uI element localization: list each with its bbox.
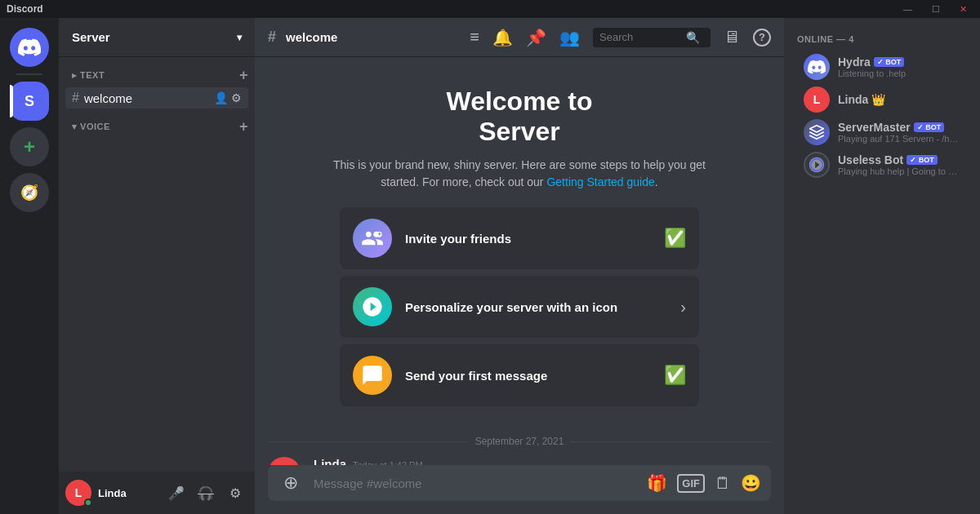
deafen-button[interactable]: 🎧 bbox=[193, 480, 219, 506]
member-name-linda: Linda bbox=[838, 93, 868, 106]
explore-icon[interactable]: 🧭 bbox=[10, 173, 49, 212]
gift-icon[interactable]: 🎁 bbox=[647, 473, 667, 493]
message-input[interactable] bbox=[314, 465, 637, 501]
task-label-invite: Invite your friends bbox=[405, 232, 651, 246]
message-input-area: ⊕ 🎁 GIF 🗒 😀 bbox=[255, 465, 784, 514]
category-text-label: ▸ TEXT bbox=[72, 70, 105, 81]
server-name: Server bbox=[72, 30, 110, 44]
search-input[interactable] bbox=[599, 31, 681, 43]
member-info-hydra: Hydra ✓ BOT Listening to .help bbox=[838, 55, 960, 78]
task-send-message[interactable]: Send your first message ✅ bbox=[340, 344, 699, 406]
explore-label: 🧭 bbox=[20, 184, 38, 202]
member-avatar-servermaster bbox=[804, 119, 830, 145]
user-name: Linda bbox=[98, 487, 157, 499]
chevron-down-icon: ▾ bbox=[237, 32, 242, 43]
member-activity-hydra: Listening to .help bbox=[838, 69, 960, 78]
user-panel: L Linda 🎤 🎧 ⚙ bbox=[59, 472, 255, 514]
task-status-personalize: › bbox=[680, 298, 686, 317]
member-name-uselessbot: Useless Bot bbox=[838, 153, 903, 166]
minimize-button[interactable]: — bbox=[897, 4, 919, 15]
member-avatar-hydra bbox=[804, 54, 830, 80]
member-item-servermaster[interactable]: ServerMaster ✓ BOT Playing auf 171 Serve… bbox=[791, 116, 973, 148]
add-voice-channel-icon[interactable]: + bbox=[239, 118, 248, 135]
add-icon: + bbox=[24, 135, 35, 158]
inbox-icon[interactable]: 🖥 bbox=[724, 28, 740, 47]
messages-area: Welcome to Server This is your brand new… bbox=[255, 57, 784, 465]
close-button[interactable]: ✕ bbox=[953, 4, 973, 15]
server-item-add[interactable]: + bbox=[10, 127, 49, 166]
channel-header: # welcome ≡ 🔔 📌 👥 🔍 🖥 ? bbox=[255, 18, 784, 57]
welcome-description: This is your brand new, shiny server. He… bbox=[323, 157, 715, 191]
category-voice[interactable]: ▾ VOICE + bbox=[59, 115, 255, 139]
task-status-send: ✅ bbox=[664, 365, 686, 386]
member-item-linda[interactable]: L Linda 👑 bbox=[791, 83, 973, 116]
mute-button[interactable]: 🎤 bbox=[163, 480, 189, 506]
invite-icon[interactable]: 👤 bbox=[214, 91, 228, 104]
hash-icon: # bbox=[72, 91, 79, 105]
category-text[interactable]: ▸ TEXT + bbox=[59, 64, 255, 87]
channel-item-welcome[interactable]: # welcome 👤 ⚙ bbox=[65, 87, 248, 109]
member-item-uselessbot[interactable]: Useless Bot ✓ BOT Playing hub help | Goi… bbox=[791, 148, 973, 181]
emoji-icon[interactable]: 😀 bbox=[741, 473, 761, 493]
welcome-title-line1: Welcome to bbox=[447, 86, 593, 116]
getting-started-link[interactable]: Getting Started guide bbox=[546, 175, 654, 188]
task-personalize[interactable]: Personalize your server with an icon › bbox=[340, 276, 699, 338]
user-initial: L bbox=[75, 486, 82, 499]
active-indicator bbox=[10, 85, 13, 117]
plus-icon: ⊕ bbox=[283, 472, 298, 494]
category-voice-label: ▾ VOICE bbox=[72, 122, 110, 132]
welcome-section: Welcome to Server This is your brand new… bbox=[255, 70, 784, 429]
message-author-name: Linda bbox=[314, 457, 346, 465]
notification-icon[interactable]: 🔔 bbox=[492, 28, 513, 47]
personalize-icon bbox=[353, 287, 392, 326]
server-icon-s[interactable]: S bbox=[10, 82, 49, 121]
channel-header-name: welcome bbox=[286, 30, 337, 44]
input-actions: 🎁 GIF 🗒 😀 bbox=[647, 473, 761, 493]
channel-name-welcome: welcome bbox=[84, 91, 132, 105]
maximize-button[interactable]: ☐ bbox=[925, 4, 947, 15]
settings-icon[interactable]: ⚙ bbox=[231, 91, 242, 104]
member-name-servermaster: ServerMaster bbox=[838, 121, 911, 134]
server-divider bbox=[16, 73, 42, 75]
server-initial: S bbox=[24, 93, 34, 110]
task-invite-friends[interactable]: Invite your friends ✅ bbox=[340, 207, 699, 269]
member-name-hydra: Hydra bbox=[838, 55, 871, 69]
members-category-online: ONLINE — 4 bbox=[784, 31, 980, 51]
task-label-personalize: Personalize your server with an icon bbox=[405, 300, 667, 314]
server-item-s[interactable]: S bbox=[10, 82, 49, 121]
help-icon[interactable]: ? bbox=[753, 29, 771, 47]
titlebar: Discord — ☐ ✕ bbox=[0, 0, 980, 18]
add-channel-icon[interactable]: + bbox=[239, 67, 248, 84]
app-name: Discord bbox=[7, 3, 43, 15]
sticker-icon[interactable]: 🗒 bbox=[715, 474, 731, 493]
message-header: Linda Today at 1:42 PM bbox=[314, 457, 771, 465]
user-avatar: L bbox=[65, 480, 91, 506]
members-icon[interactable]: 👥 bbox=[559, 28, 580, 47]
pin-icon[interactable]: 📌 bbox=[526, 28, 546, 47]
task-label-send: Send your first message bbox=[405, 369, 651, 383]
server-item-explore[interactable]: 🧭 bbox=[10, 173, 49, 212]
member-info-uselessbot: Useless Bot ✓ BOT Playing hub help | Goi… bbox=[838, 153, 960, 176]
gif-button[interactable]: GIF bbox=[677, 474, 705, 493]
date-label: September 27, 2021 bbox=[475, 436, 564, 447]
add-server-icon[interactable]: + bbox=[10, 127, 49, 166]
user-info: Linda bbox=[98, 487, 157, 499]
channel-actions: 👤 ⚙ bbox=[214, 91, 242, 104]
server-item-discord-home[interactable] bbox=[10, 28, 49, 67]
discord-home-icon[interactable] bbox=[10, 28, 49, 67]
welcome-title: Welcome to Server bbox=[447, 86, 593, 147]
bot-badge-uselessbot: ✓ BOT bbox=[906, 155, 938, 165]
member-avatar-linda: L bbox=[804, 86, 830, 113]
member-item-hydra[interactable]: Hydra ✓ BOT Listening to .help bbox=[791, 51, 973, 83]
settings-button[interactable]: ⚙ bbox=[222, 480, 248, 506]
search-box[interactable]: 🔍 bbox=[593, 28, 710, 47]
welcome-title-line2: Server bbox=[479, 117, 560, 146]
threads-icon[interactable]: ≡ bbox=[470, 28, 479, 47]
main-content: # welcome ≡ 🔔 📌 👥 🔍 🖥 ? Welcome to bbox=[255, 18, 784, 514]
attach-button[interactable]: ⊕ bbox=[278, 465, 304, 501]
channel-header-actions: ≡ 🔔 📌 👥 🔍 🖥 ? bbox=[470, 28, 771, 47]
server-header[interactable]: Server ▾ bbox=[59, 18, 255, 57]
channel-list: ▸ TEXT + # welcome 👤 ⚙ ▾ VOICE + bbox=[59, 57, 255, 472]
message-item: L Linda Today at 1:42 PM 100 bbox=[255, 454, 784, 465]
member-info-servermaster: ServerMaster ✓ BOT Playing auf 171 Serve… bbox=[838, 121, 960, 144]
